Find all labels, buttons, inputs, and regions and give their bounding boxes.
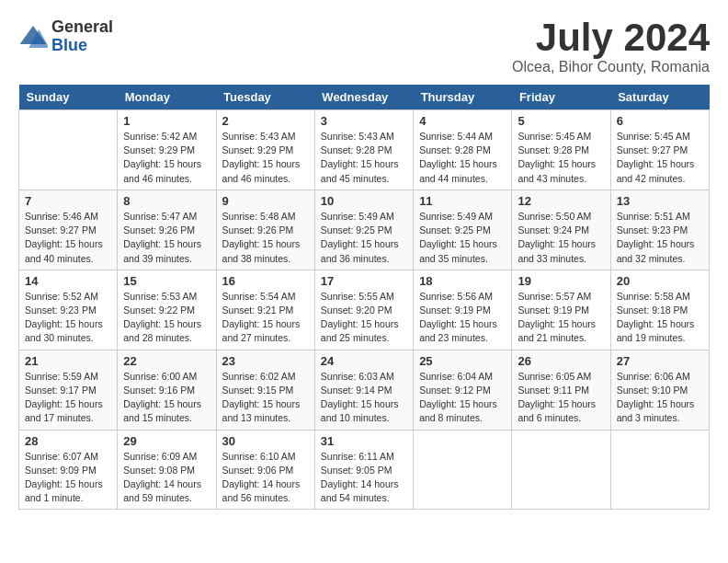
day-number: 25 (419, 354, 506, 368)
day-number: 22 (123, 354, 210, 368)
calendar-cell: 30Sunrise: 6:10 AMSunset: 9:06 PMDayligh… (216, 430, 314, 510)
col-friday: Friday (512, 85, 610, 110)
day-info: Sunrise: 5:55 AMSunset: 9:20 PMDaylight:… (321, 290, 407, 346)
day-number: 16 (222, 274, 309, 288)
day-number: 27 (617, 354, 703, 368)
calendar-cell: 22Sunrise: 6:00 AMSunset: 9:16 PMDayligh… (118, 350, 216, 430)
day-number: 18 (419, 274, 506, 288)
calendar-cell: 18Sunrise: 5:56 AMSunset: 9:19 PMDayligh… (414, 270, 512, 350)
day-info: Sunrise: 5:48 AMSunset: 9:26 PMDaylight:… (222, 210, 309, 266)
day-number: 9 (222, 194, 309, 208)
calendar-cell: 9Sunrise: 5:48 AMSunset: 9:26 PMDaylight… (216, 190, 314, 270)
calendar-week-row: 1Sunrise: 5:42 AMSunset: 9:29 PMDaylight… (19, 110, 710, 190)
day-info: Sunrise: 5:57 AMSunset: 9:19 PMDaylight:… (518, 290, 604, 346)
calendar-cell: 21Sunrise: 5:59 AMSunset: 9:17 PMDayligh… (19, 350, 118, 430)
col-saturday: Saturday (610, 85, 709, 110)
day-info: Sunrise: 5:59 AMSunset: 9:17 PMDaylight:… (25, 370, 111, 426)
calendar-cell: 27Sunrise: 6:06 AMSunset: 9:10 PMDayligh… (610, 350, 709, 430)
day-info: Sunrise: 6:04 AMSunset: 9:12 PMDaylight:… (419, 370, 506, 426)
calendar-cell: 5Sunrise: 5:45 AMSunset: 9:28 PMDaylight… (512, 110, 610, 190)
day-number: 7 (25, 194, 111, 208)
calendar-cell (610, 430, 709, 510)
calendar-cell: 10Sunrise: 5:49 AMSunset: 9:25 PMDayligh… (314, 190, 413, 270)
day-number: 10 (321, 194, 407, 208)
day-number: 29 (123, 434, 210, 448)
calendar-cell: 6Sunrise: 5:45 AMSunset: 9:27 PMDaylight… (610, 110, 709, 190)
title-section: July 2024 Olcea, Bihor County, Romania (512, 18, 710, 75)
subtitle: Olcea, Bihor County, Romania (512, 59, 710, 75)
logo: General Blue (18, 18, 113, 55)
day-number: 1 (123, 114, 210, 128)
day-number: 4 (419, 114, 506, 128)
day-info: Sunrise: 5:49 AMSunset: 9:25 PMDaylight:… (321, 210, 407, 266)
col-wednesday: Wednesday (314, 85, 413, 110)
calendar-cell: 25Sunrise: 6:04 AMSunset: 9:12 PMDayligh… (414, 350, 512, 430)
logo-blue-text: Blue (51, 37, 113, 55)
calendar-cell: 2Sunrise: 5:43 AMSunset: 9:29 PMDaylight… (216, 110, 314, 190)
calendar-cell: 4Sunrise: 5:44 AMSunset: 9:28 PMDaylight… (414, 110, 512, 190)
calendar-table: Sunday Monday Tuesday Wednesday Thursday… (18, 85, 710, 510)
day-number: 3 (321, 114, 407, 128)
day-info: Sunrise: 6:03 AMSunset: 9:14 PMDaylight:… (321, 370, 407, 426)
day-info: Sunrise: 6:11 AMSunset: 9:05 PMDaylight:… (321, 450, 407, 506)
day-number: 2 (222, 114, 309, 128)
day-info: Sunrise: 6:02 AMSunset: 9:15 PMDaylight:… (222, 370, 309, 426)
calendar-cell: 24Sunrise: 6:03 AMSunset: 9:14 PMDayligh… (314, 350, 413, 430)
day-info: Sunrise: 5:54 AMSunset: 9:21 PMDaylight:… (222, 290, 309, 346)
day-number: 8 (123, 194, 210, 208)
calendar-cell (19, 110, 118, 190)
day-info: Sunrise: 6:05 AMSunset: 9:11 PMDaylight:… (518, 370, 604, 426)
calendar-cell: 26Sunrise: 6:05 AMSunset: 9:11 PMDayligh… (512, 350, 610, 430)
day-info: Sunrise: 5:43 AMSunset: 9:28 PMDaylight:… (321, 130, 407, 186)
day-number: 14 (25, 274, 111, 288)
day-number: 31 (321, 434, 407, 448)
main-title: July 2024 (512, 18, 710, 57)
col-monday: Monday (118, 85, 216, 110)
day-number: 13 (617, 194, 703, 208)
day-number: 24 (321, 354, 407, 368)
calendar-cell: 17Sunrise: 5:55 AMSunset: 9:20 PMDayligh… (314, 270, 413, 350)
calendar-cell: 11Sunrise: 5:49 AMSunset: 9:25 PMDayligh… (414, 190, 512, 270)
header: General Blue July 2024 Olcea, Bihor Coun… (18, 18, 710, 75)
day-info: Sunrise: 5:49 AMSunset: 9:25 PMDaylight:… (419, 210, 506, 266)
day-number: 6 (617, 114, 703, 128)
calendar-cell: 20Sunrise: 5:58 AMSunset: 9:18 PMDayligh… (610, 270, 709, 350)
day-number: 17 (321, 274, 407, 288)
day-number: 15 (123, 274, 210, 288)
calendar-cell: 29Sunrise: 6:09 AMSunset: 9:08 PMDayligh… (118, 430, 216, 510)
day-number: 19 (518, 274, 604, 288)
day-info: Sunrise: 5:45 AMSunset: 9:28 PMDaylight:… (518, 130, 604, 186)
day-info: Sunrise: 5:45 AMSunset: 9:27 PMDaylight:… (617, 130, 703, 186)
calendar-cell: 12Sunrise: 5:50 AMSunset: 9:24 PMDayligh… (512, 190, 610, 270)
logo-icon (18, 22, 48, 52)
day-info: Sunrise: 5:44 AMSunset: 9:28 PMDaylight:… (419, 130, 506, 186)
day-info: Sunrise: 6:06 AMSunset: 9:10 PMDaylight:… (617, 370, 703, 426)
day-info: Sunrise: 5:58 AMSunset: 9:18 PMDaylight:… (617, 290, 703, 346)
day-info: Sunrise: 6:10 AMSunset: 9:06 PMDaylight:… (222, 450, 309, 506)
day-number: 28 (25, 434, 111, 448)
calendar-week-row: 21Sunrise: 5:59 AMSunset: 9:17 PMDayligh… (19, 350, 710, 430)
day-info: Sunrise: 6:00 AMSunset: 9:16 PMDaylight:… (123, 370, 210, 426)
calendar-cell: 23Sunrise: 6:02 AMSunset: 9:15 PMDayligh… (216, 350, 314, 430)
day-info: Sunrise: 5:50 AMSunset: 9:24 PMDaylight:… (518, 210, 604, 266)
day-number: 26 (518, 354, 604, 368)
calendar-cell: 14Sunrise: 5:52 AMSunset: 9:23 PMDayligh… (19, 270, 118, 350)
calendar-cell: 1Sunrise: 5:42 AMSunset: 9:29 PMDaylight… (118, 110, 216, 190)
day-info: Sunrise: 6:09 AMSunset: 9:08 PMDaylight:… (123, 450, 210, 506)
day-info: Sunrise: 5:51 AMSunset: 9:23 PMDaylight:… (617, 210, 703, 266)
day-info: Sunrise: 5:46 AMSunset: 9:27 PMDaylight:… (25, 210, 111, 266)
calendar-week-row: 28Sunrise: 6:07 AMSunset: 9:09 PMDayligh… (19, 430, 710, 510)
day-number: 23 (222, 354, 309, 368)
day-info: Sunrise: 5:56 AMSunset: 9:19 PMDaylight:… (419, 290, 506, 346)
calendar-cell: 13Sunrise: 5:51 AMSunset: 9:23 PMDayligh… (610, 190, 709, 270)
calendar-cell: 28Sunrise: 6:07 AMSunset: 9:09 PMDayligh… (19, 430, 118, 510)
day-info: Sunrise: 5:53 AMSunset: 9:22 PMDaylight:… (123, 290, 210, 346)
day-info: Sunrise: 5:42 AMSunset: 9:29 PMDaylight:… (123, 130, 210, 186)
calendar-cell (414, 430, 512, 510)
calendar-cell: 19Sunrise: 5:57 AMSunset: 9:19 PMDayligh… (512, 270, 610, 350)
calendar-cell: 7Sunrise: 5:46 AMSunset: 9:27 PMDaylight… (19, 190, 118, 270)
calendar-cell (512, 430, 610, 510)
calendar-week-row: 7Sunrise: 5:46 AMSunset: 9:27 PMDaylight… (19, 190, 710, 270)
day-number: 21 (25, 354, 111, 368)
calendar-cell: 15Sunrise: 5:53 AMSunset: 9:22 PMDayligh… (118, 270, 216, 350)
